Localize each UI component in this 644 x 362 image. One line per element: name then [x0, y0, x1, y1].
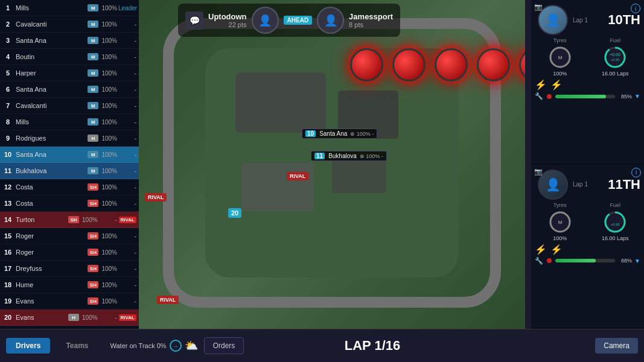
- team-icon: SH: [88, 200, 98, 207]
- team1-avatar: 👤: [252, 7, 279, 34]
- driver-row-18[interactable]: 18 Hume SH 100% -: [0, 277, 139, 293]
- card2-position: 11TH: [608, 177, 640, 192]
- driver-name: Mills: [16, 118, 86, 125]
- driver-pct: 100%: [101, 86, 117, 93]
- start-light-3: [435, 48, 468, 81]
- team-icon: SH: [68, 216, 79, 223]
- driver-row-8[interactable]: 8 Mills M 100% -: [0, 114, 139, 130]
- driver-pct: 100%: [101, 233, 117, 240]
- driver-pct: 100%: [101, 265, 117, 272]
- driver-row-14[interactable]: 14 Turton SH 100% - RIVAL: [0, 212, 139, 228]
- card1-progress-bar: [555, 95, 615, 98]
- card2-tyres-block: Tyres M 100%: [535, 202, 585, 241]
- driver-pct: 100%: [101, 184, 117, 191]
- driver-row-17[interactable]: 17 Dreyfuss SH 100% -: [0, 261, 139, 277]
- map-rival-1: RIVAL: [287, 172, 308, 180]
- orders-button[interactable]: Orders: [204, 337, 244, 354]
- card2-chevron[interactable]: ▼: [634, 258, 640, 264]
- start-light-4: [477, 48, 510, 81]
- card1-tyres-block: Tyres M 100%: [535, 37, 585, 77]
- team-icon: M: [88, 21, 98, 28]
- driver-row-4[interactable]: 4 Boutin M 100% -: [0, 49, 139, 65]
- svg-text:M: M: [558, 220, 562, 225]
- driver-name: Roger: [16, 232, 86, 240]
- team-icon: SH: [88, 297, 98, 305]
- driver-pos: 12: [2, 183, 13, 191]
- driver-row-16[interactable]: 16 Roger SH 100% -: [0, 244, 139, 261]
- team-icon: H: [88, 135, 98, 142]
- team-icon: SH: [88, 183, 98, 191]
- info-button-2[interactable]: i: [631, 168, 641, 177]
- driver-card-1: 📷 i 👤 Lap 1 10TH Tyres M 100%: [531, 0, 644, 165]
- driver-row-13[interactable]: 13 Costa SH 100% -: [0, 195, 139, 212]
- card1-tyres-pct: 100%: [535, 71, 585, 77]
- teams-tab[interactable]: Teams: [56, 338, 98, 354]
- team-icon: H: [68, 314, 79, 321]
- driver-name: Costa: [16, 200, 86, 207]
- driver-pos: 7: [2, 102, 13, 109]
- map-rival-3: RIVAL: [157, 296, 179, 304]
- driver-row-9[interactable]: 9 Rodrigues H 100% -: [0, 130, 139, 147]
- drivers-tab[interactable]: Drivers: [6, 338, 50, 354]
- driver-row-2[interactable]: 2 Cavalcanti M 100% -: [0, 16, 139, 33]
- race-comparison-hud: 💬 Uptodown 22 pts 👤 AHEAD 👤 Jamessport 8…: [178, 4, 400, 37]
- camera-icon-1: 📷: [534, 3, 543, 11]
- svg-text:+0.00: +0.00: [611, 223, 620, 226]
- team-icon: M: [88, 151, 98, 158]
- driver-row-20[interactable]: 20 Evans H 100% - RIVAL: [0, 310, 139, 326]
- driver-pos: 4: [2, 53, 13, 60]
- rival-badge: RIVAL: [119, 314, 136, 321]
- chat-button[interactable]: 💬: [185, 11, 203, 30]
- team-icon: M: [88, 69, 98, 77]
- driver-name: Santa Ana: [16, 37, 86, 44]
- ahead-badge: AHEAD: [284, 16, 313, 25]
- team-icon: M: [88, 37, 98, 44]
- driver-pos: 11: [2, 167, 13, 174]
- weather-icon: ⛅: [185, 339, 198, 352]
- card1-kers-icon: ⚡: [535, 79, 547, 91]
- driver-pct: 100%: [101, 200, 117, 207]
- camera-button[interactable]: Camera: [595, 338, 638, 354]
- driver-row-7[interactable]: 7 Cavalcanti M 100% -: [0, 98, 139, 114]
- start-light-1: [350, 48, 383, 81]
- driver-pct: 100%: [101, 103, 117, 109]
- driver-row-10[interactable]: 10 Santa Ana M 100% -: [0, 147, 139, 163]
- team-icon: M: [88, 167, 98, 174]
- team-icon: M: [88, 102, 98, 109]
- map-rival-2: RIVAL: [145, 193, 167, 202]
- driver-row-19[interactable]: 19 Evans SH 100% -: [0, 293, 139, 310]
- card2-fuel-block: Fuel +0.00 16.00 Laps: [590, 202, 641, 241]
- track-arrow[interactable]: →: [170, 340, 182, 352]
- driver-pct: 100%: [82, 314, 98, 321]
- driver-pct: 100%: [101, 70, 117, 77]
- card1-fuel-laps: 16.00 Laps: [590, 71, 641, 77]
- svg-text:+0.00: +0.00: [611, 58, 620, 62]
- driver-row-3[interactable]: 3 Santa Ana M 100% -: [0, 33, 139, 49]
- driver-row-1[interactable]: 1 Mills M 100% Leader: [0, 0, 139, 16]
- card2-lap: Lap 1: [573, 181, 588, 188]
- card2-tyres-pct: 100%: [535, 235, 585, 241]
- card1-chevron[interactable]: ▼: [634, 93, 640, 100]
- card2-kers-icon: ⚡: [535, 244, 547, 255]
- camera-icon-2: 📷: [534, 168, 543, 176]
- driver-row-12[interactable]: 12 Costa SH 100% -: [0, 179, 139, 195]
- info-button-1[interactable]: i: [631, 4, 640, 13]
- driver-row-11[interactable]: 11 Bukhalova M 100% -: [0, 163, 139, 179]
- map-label-11: 11 Bukhalova ⊕ 100% -: [311, 151, 387, 161]
- driver-row-6[interactable]: 6 Santa Ana M 100% -: [0, 81, 139, 98]
- card2-kers-bar: 🔧 68% ▼: [535, 257, 640, 265]
- weather-label: Water on Track 0%: [110, 342, 167, 349]
- card1-lap: Lap 1: [573, 17, 588, 24]
- rival-badge: RIVAL: [119, 217, 136, 223]
- start-light-5: [519, 48, 525, 81]
- driver-row-5[interactable]: 5 Harper M 100% -: [0, 65, 139, 81]
- card2-fuel-label: Fuel: [590, 202, 641, 208]
- driver-pos: 1: [2, 4, 13, 11]
- team-icon: SH: [88, 232, 98, 240]
- driver-pos: 17: [2, 265, 13, 272]
- lap-bar: Drivers Teams Water on Track 0% → ⛅ Orde…: [0, 329, 644, 362]
- driver-row-15[interactable]: 15 Roger SH 100% -: [0, 228, 139, 244]
- driver-pct: 100%: [101, 119, 117, 125]
- card1-fuel-block: Fuel +0.00 +0.00 16.00 Laps: [590, 37, 641, 77]
- track-map: 10 Santa Ana ⊕ 100% - 11 Bukhalova ⊕ 100…: [139, 0, 525, 329]
